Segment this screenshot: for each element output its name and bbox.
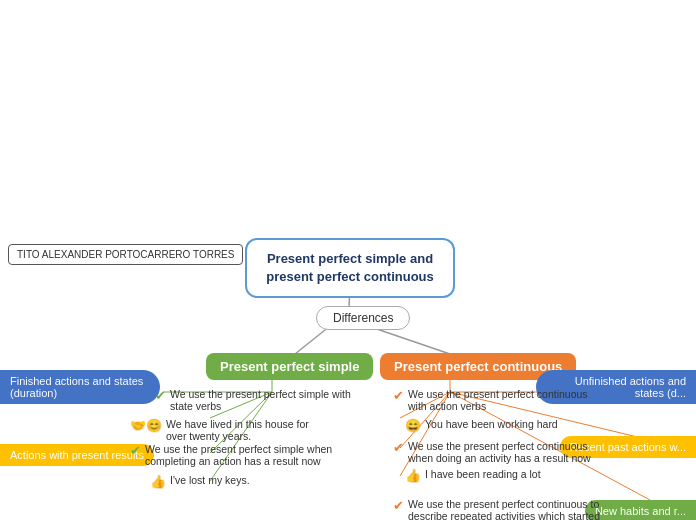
check-icon-ppc-0: ✔ xyxy=(393,388,404,403)
ppc-item-2-text: We use the present perfect continuous wh… xyxy=(408,440,603,464)
check-icon-2: ✔ xyxy=(130,443,141,458)
check-icon-0: ✔ xyxy=(155,388,166,403)
pps-item-3: 👍 I've lost my keys. xyxy=(150,474,250,489)
ppc-item-0: ✔ We use the present perfect continuous … xyxy=(393,388,593,412)
ppc-item-1-text: You have been working hard xyxy=(425,418,558,430)
emoji-icon-ppc-3: 👍 xyxy=(405,468,421,483)
ppc-item-3: 👍 I have been reading a lot xyxy=(405,468,541,483)
check-icon-ppc-2: ✔ xyxy=(393,440,404,455)
svg-line-2 xyxy=(368,326,450,354)
central-title-line2: present perfect continuous xyxy=(266,269,434,284)
emoji-icon-ppc-1: 😄 xyxy=(405,418,421,433)
ppc-item-4: ✔ We use the present perfect continuous … xyxy=(393,498,603,520)
check-icon-ppc-4: ✔ xyxy=(393,498,404,513)
emoji-icon-3: 👍 xyxy=(150,474,166,489)
ppc-item-4-text: We use the present perfect continuous to… xyxy=(408,498,603,520)
central-title-line1: Present perfect simple and xyxy=(267,251,433,266)
emoji-icon-1: 🤝😊 xyxy=(130,418,162,433)
ppc-item-0-text: We use the present perfect continuous wi… xyxy=(408,388,593,412)
pps-item-2-text: We use the present perfect simple when c… xyxy=(145,443,340,467)
pps-item-1: 🤝😊 We have lived in this house for over … xyxy=(130,418,330,442)
author-label: TITO ALEXANDER PORTOCARRERO TORRES xyxy=(8,244,243,265)
left-label-1: Finished actions and states (duration) xyxy=(0,370,160,404)
ppc-item-3-text: I have been reading a lot xyxy=(425,468,541,480)
central-title-node: Present perfect simple and present perfe… xyxy=(245,238,455,298)
pps-item-3-text: I've lost my keys. xyxy=(170,474,250,486)
pps-item-0-text: We use the present perfect simple with s… xyxy=(170,388,355,412)
pps-item-1-text: We have lived in this house for over twe… xyxy=(166,418,330,442)
ppc-item-1: 😄 You have been working hard xyxy=(405,418,558,433)
ppc-item-2: ✔ We use the present perfect continuous … xyxy=(393,440,603,464)
pps-box: Present perfect simple xyxy=(206,353,373,380)
svg-line-1 xyxy=(295,326,330,354)
pps-item-0: ✔ We use the present perfect simple with… xyxy=(155,388,355,412)
differences-node: Differences xyxy=(316,306,410,330)
pps-item-2: ✔ We use the present perfect simple when… xyxy=(130,443,340,467)
